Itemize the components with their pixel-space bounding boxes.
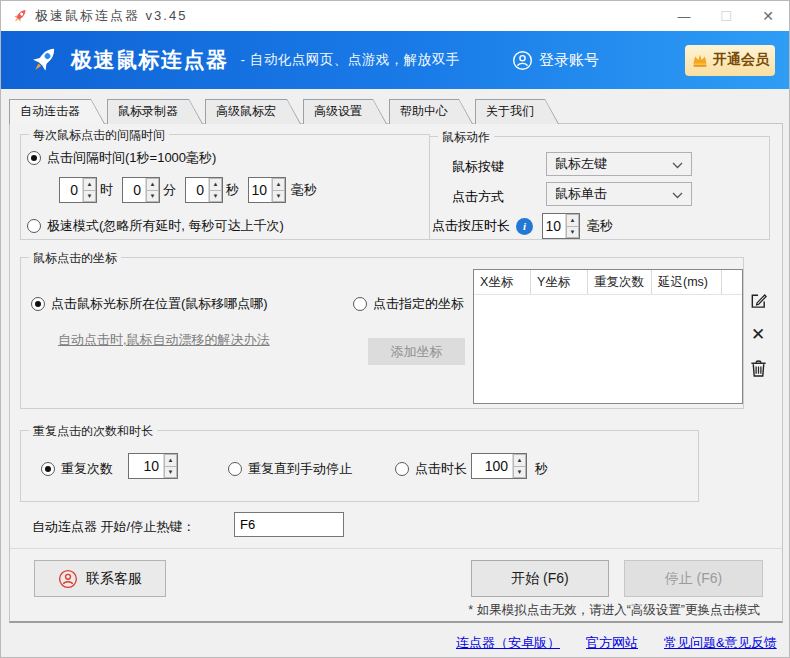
coordinates-table[interactable]: X坐标 Y坐标 重复次数 延迟(ms)	[473, 269, 743, 404]
millis-value[interactable]: 10	[249, 178, 271, 202]
add-coordinate-button[interactable]: 添加坐标	[368, 338, 465, 365]
tab-label: 帮助中心	[400, 103, 448, 120]
radio-repeat-until-stop-label[interactable]: 重复直到手动停止	[248, 460, 352, 478]
window-title: 极速鼠标连点器 v3.45	[35, 7, 187, 25]
radio-click-at-coords-label[interactable]: 点击指定的坐标	[373, 295, 464, 313]
faq-feedback-link[interactable]: 常见问题&意见反馈	[664, 634, 777, 652]
tab-auto-clicker[interactable]: 自动连击器	[9, 99, 105, 124]
seconds-up-arrow[interactable]: ▲	[209, 178, 222, 190]
minutes-up-arrow[interactable]: ▲	[146, 178, 159, 190]
press-up-arrow[interactable]: ▲	[566, 214, 579, 226]
radio-repeat-count-label[interactable]: 重复次数	[61, 460, 113, 478]
radio-click-at-coords[interactable]	[353, 297, 367, 311]
hours-down-arrow[interactable]: ▼	[83, 190, 96, 203]
radio-click-at-cursor[interactable]	[31, 297, 45, 311]
minutes-spinner[interactable]: 0 ▲▼	[122, 177, 160, 203]
radio-interval-time[interactable]	[27, 151, 41, 165]
radio-turbo-mode[interactable]	[27, 219, 41, 233]
press-duration-spinner[interactable]: 10 ▲▼	[542, 213, 580, 239]
click-mode-value: 鼠标单击	[555, 185, 607, 203]
tab-label: 自动连击器	[20, 103, 80, 120]
tab-mouse-recorder[interactable]: 鼠标录制器	[107, 99, 203, 124]
radio-click-duration[interactable]	[395, 462, 409, 476]
press-down-arrow[interactable]: ▼	[566, 226, 579, 239]
app-window: 极速鼠标连点器 v3.45 — ☐ ✕ 极速鼠标连点器 - 自动化点网页、点游戏…	[0, 0, 790, 658]
millis-down-arrow[interactable]: ▼	[272, 190, 285, 203]
repeat-down-arrow[interactable]: ▼	[164, 466, 177, 479]
click-mode-label: 点击方式	[452, 188, 504, 206]
mouse-drift-help-link[interactable]: 自动点击时,鼠标自动漂移的解决办法	[58, 331, 270, 349]
info-icon[interactable]: i	[516, 218, 533, 235]
radio-interval-time-label[interactable]: 点击间隔时间(1秒=1000毫秒)	[47, 149, 216, 167]
repeat-up-arrow[interactable]: ▲	[164, 454, 177, 466]
edit-icon[interactable]	[748, 290, 768, 310]
hotkey-input[interactable]	[234, 512, 344, 537]
start-button[interactable]: 开始 (F6)	[471, 560, 609, 597]
duration-down-arrow[interactable]: ▼	[513, 466, 526, 479]
coordinates-group: 鼠标点击的坐标 点击鼠标光标所在位置(鼠标移哪点哪) 自动点击时,鼠标自动漂移的…	[20, 257, 744, 409]
crown-icon	[691, 52, 709, 69]
minutes-down-arrow[interactable]: ▼	[146, 190, 159, 203]
remove-icon[interactable]: ✕	[748, 324, 768, 344]
maximize-button[interactable]: ☐	[705, 1, 747, 31]
login-label: 登录账号	[539, 51, 599, 70]
app-header: 极速鼠标连点器 - 自动化点网页、点游戏，解放双手 登录账号 开通会员	[1, 31, 789, 89]
seconds-value[interactable]: 0	[186, 178, 208, 202]
table-tools: ✕	[748, 290, 768, 392]
mouse-button-value: 鼠标左键	[555, 155, 607, 173]
contact-support-button[interactable]: 联系客服	[34, 560, 166, 597]
radio-turbo-mode-label[interactable]: 极速模式(忽略所有延时, 每秒可达上千次)	[47, 217, 284, 235]
col-header-repeat[interactable]: 重复次数	[588, 270, 652, 294]
minutes-value[interactable]: 0	[123, 178, 145, 202]
seconds-spinner[interactable]: 0 ▲▼	[185, 177, 223, 203]
hours-value[interactable]: 0	[60, 178, 82, 202]
divider	[10, 548, 782, 549]
chevron-down-icon	[672, 157, 683, 172]
minimize-button[interactable]: —	[663, 1, 705, 31]
radio-click-duration-label[interactable]: 点击时长	[415, 460, 467, 478]
vip-button[interactable]: 开通会员	[685, 45, 775, 76]
duration-up-arrow[interactable]: ▲	[513, 454, 526, 466]
seconds-down-arrow[interactable]: ▼	[209, 190, 222, 203]
login-button[interactable]: 登录账号	[512, 50, 599, 71]
tab-label: 鼠标录制器	[118, 103, 178, 120]
radio-repeat-until-stop[interactable]	[228, 462, 242, 476]
tab-label: 高级设置	[314, 103, 362, 120]
trash-icon[interactable]	[748, 358, 768, 378]
millis-up-arrow[interactable]: ▲	[272, 178, 285, 190]
hours-up-arrow[interactable]: ▲	[83, 178, 96, 190]
add-coordinate-label: 添加坐标	[391, 343, 443, 361]
tab-help-center[interactable]: 帮助中心	[389, 99, 473, 124]
tab-label: 关于我们	[486, 103, 534, 120]
millis-spinner[interactable]: 10 ▲▼	[248, 177, 286, 203]
official-site-link[interactable]: 官方网站	[586, 634, 638, 652]
col-header-x[interactable]: X坐标	[474, 270, 531, 294]
tab-advanced-macro[interactable]: 高级鼠标宏	[205, 99, 301, 124]
contact-support-label: 联系客服	[86, 570, 142, 588]
col-header-delay[interactable]: 延迟(ms)	[652, 270, 722, 294]
mouse-button-select[interactable]: 鼠标左键	[546, 152, 692, 176]
press-duration-value[interactable]: 10	[543, 214, 565, 238]
android-version-link[interactable]: 连点器（安卓版）	[456, 634, 560, 652]
user-icon	[512, 50, 533, 71]
stop-button[interactable]: 停止 (F6)	[624, 560, 763, 597]
radio-click-at-cursor-label[interactable]: 点击鼠标光标所在位置(鼠标移哪点哪)	[51, 295, 268, 313]
col-header-y[interactable]: Y坐标	[531, 270, 588, 294]
tab-advanced-settings[interactable]: 高级设置	[303, 99, 387, 124]
click-duration-value[interactable]: 100	[472, 454, 512, 478]
minutes-unit: 分	[163, 181, 176, 199]
hours-spinner[interactable]: 0 ▲▼	[59, 177, 97, 203]
tab-about-us[interactable]: 关于我们	[475, 99, 559, 124]
repeat-count-value[interactable]: 10	[129, 454, 163, 478]
radio-repeat-count[interactable]	[41, 462, 55, 476]
mouse-button-label: 鼠标按键	[452, 158, 504, 176]
click-mode-select[interactable]: 鼠标单击	[546, 182, 692, 206]
mouse-action-group: 鼠标动作 鼠标按键 鼠标左键 点击方式 鼠标单击 点击按压时长 i 10	[429, 136, 770, 240]
chevron-down-icon	[672, 187, 683, 202]
click-duration-spinner[interactable]: 100 ▲▼	[471, 453, 527, 479]
vip-label: 开通会员	[713, 51, 769, 69]
tab-page-auto-clicker: 每次鼠标点击的间隔时间 点击间隔时间(1秒=1000毫秒) 0 ▲▼ 时 0 ▲…	[9, 123, 783, 623]
coordinates-table-header: X坐标 Y坐标 重复次数 延迟(ms)	[474, 270, 742, 295]
close-button[interactable]: ✕	[747, 1, 789, 31]
repeat-count-spinner[interactable]: 10 ▲▼	[128, 453, 178, 479]
